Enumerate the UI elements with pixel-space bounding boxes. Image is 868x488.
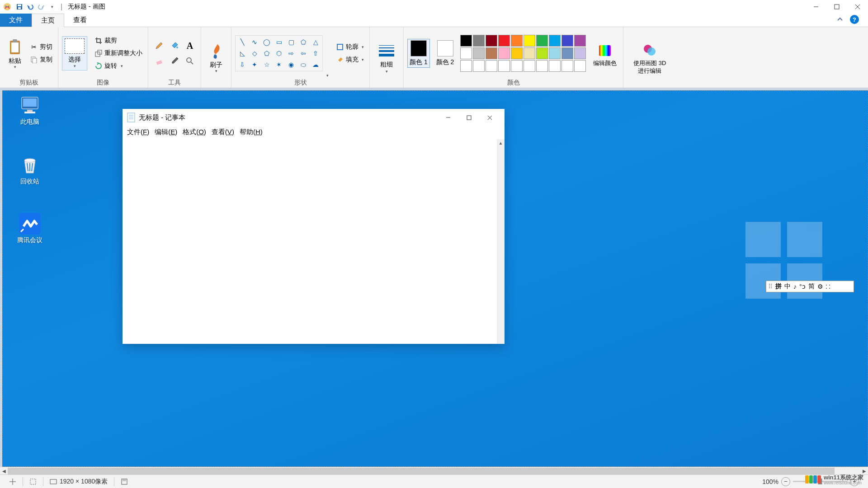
shape-rect[interactable]: ▭ xyxy=(273,37,285,47)
palette-color[interactable] xyxy=(536,35,548,47)
shapes-gallery[interactable]: ╲ ∿ ◯ ▭ ▢ ⬠ △ ◺ ◇ ⬠ ⬡ ⇨ ⇦ ⇧ ⇩ ✦ ☆ ✶ ◉ ⬭ xyxy=(235,35,323,71)
palette-color[interactable] xyxy=(524,35,535,47)
palette-color[interactable] xyxy=(549,60,561,72)
palette-color[interactable] xyxy=(511,35,523,47)
shape-uarrow[interactable]: ⇧ xyxy=(310,48,321,59)
select-button[interactable]: 选择 ▾ xyxy=(62,36,87,70)
palette-color[interactable] xyxy=(460,60,472,72)
palette-color[interactable] xyxy=(511,47,523,59)
notepad-close-button[interactable] xyxy=(479,110,500,125)
shape-oval[interactable]: ◯ xyxy=(261,37,273,47)
color1-button[interactable]: 颜色 1 xyxy=(407,39,430,68)
palette-color[interactable] xyxy=(486,35,497,47)
palette-color[interactable] xyxy=(561,47,573,59)
shape-callout-round[interactable]: ◉ xyxy=(285,59,297,70)
shape-pentagon[interactable]: ⬠ xyxy=(261,48,273,59)
palette-color[interactable] xyxy=(549,35,561,47)
palette-color[interactable] xyxy=(498,47,510,59)
palette-color[interactable] xyxy=(549,47,561,59)
shape-callout-cloud[interactable]: ☁ xyxy=(310,59,321,70)
shape-line[interactable]: ╲ xyxy=(236,37,248,47)
crop-button[interactable]: 裁剪 xyxy=(93,36,144,46)
shape-curve[interactable]: ∿ xyxy=(249,37,260,47)
help-button[interactable]: ? xyxy=(850,15,859,24)
palette-color[interactable] xyxy=(574,60,586,72)
cut-button[interactable]: ✂剪切 xyxy=(28,42,54,52)
shape-polygon[interactable]: ⬠ xyxy=(297,37,309,47)
paste-button[interactable]: 粘贴 ▾ xyxy=(4,37,26,70)
minimize-button[interactable] xyxy=(806,0,826,14)
eraser-tool[interactable] xyxy=(152,54,166,68)
palette-color[interactable] xyxy=(498,35,510,47)
shape-triangle[interactable]: △ xyxy=(310,37,321,47)
notepad-menu-edit[interactable]: 编辑(E) xyxy=(155,128,177,136)
palette-color[interactable] xyxy=(574,35,586,47)
desktop-icon-bin[interactable]: 回收站 xyxy=(12,154,48,186)
shape-hexagon[interactable]: ⬡ xyxy=(273,48,285,59)
ime-toolbar[interactable]: ⠿ 拼 中 ♪ °ɔ 简 ⚙ ⸬ xyxy=(766,281,854,292)
shape-larrow[interactable]: ⇦ xyxy=(297,48,309,59)
shape-4star[interactable]: ✦ xyxy=(249,59,260,70)
ime-drag-icon[interactable]: ⠿ xyxy=(768,283,773,290)
ime-more-icon[interactable]: ⸬ xyxy=(826,283,830,291)
maximize-button[interactable] xyxy=(826,0,847,14)
collapse-ribbon-button[interactable] xyxy=(837,16,843,23)
palette-color[interactable] xyxy=(473,35,485,47)
palette-color[interactable] xyxy=(486,47,497,59)
shape-roundrect[interactable]: ▢ xyxy=(285,37,297,47)
ime-simp[interactable]: 简 xyxy=(808,282,815,291)
palette-color[interactable] xyxy=(524,47,535,59)
notepad-textarea[interactable]: ▲ xyxy=(123,139,505,344)
notepad-maximize-button[interactable] xyxy=(458,110,479,125)
scroll-left-button[interactable]: ◀ xyxy=(0,467,8,474)
palette-color[interactable] xyxy=(511,60,523,72)
notepad-menu-help[interactable]: 帮助(H) xyxy=(240,128,263,136)
copy-button[interactable]: 复制 xyxy=(28,55,54,65)
ime-lang[interactable]: 中 xyxy=(784,282,791,291)
resize-button[interactable]: 重新调整大小 xyxy=(93,48,144,58)
notepad-menu-file[interactable]: 文件(F) xyxy=(127,128,149,136)
qat-save-button[interactable] xyxy=(14,2,24,12)
text-tool[interactable]: A xyxy=(183,38,197,53)
palette-color[interactable] xyxy=(561,35,573,47)
qat-customize-button[interactable]: ▾ xyxy=(47,2,57,12)
palette-color[interactable] xyxy=(524,60,535,72)
bucket-tool[interactable] xyxy=(167,38,182,53)
zoom-out-button[interactable]: − xyxy=(781,477,790,486)
qat-redo-button[interactable] xyxy=(36,2,46,12)
palette-color[interactable] xyxy=(473,47,485,59)
ime-music-icon[interactable]: ♪ xyxy=(793,283,797,290)
eyedropper-tool[interactable] xyxy=(167,54,182,68)
shape-callout-oval[interactable]: ⬭ xyxy=(297,59,309,70)
ime-gear-icon[interactable]: ⚙ xyxy=(817,283,823,290)
shapes-more-button[interactable]: ▾ xyxy=(326,73,329,78)
palette-color[interactable] xyxy=(536,60,548,72)
notepad-menu-format[interactable]: 格式(O) xyxy=(183,128,206,136)
scroll-thumb[interactable] xyxy=(8,468,835,474)
palette-color[interactable] xyxy=(473,60,485,72)
size-button[interactable]: 粗细 ▾ xyxy=(373,41,400,75)
ime-pin[interactable]: 拼 xyxy=(775,282,782,291)
pencil-tool[interactable] xyxy=(152,38,166,53)
color2-button[interactable]: 颜色 2 xyxy=(434,39,456,67)
shape-rtriangle[interactable]: ◺ xyxy=(236,48,248,59)
palette-color[interactable] xyxy=(460,35,472,47)
palette-color[interactable] xyxy=(536,47,548,59)
palette-color[interactable] xyxy=(460,47,472,59)
desktop-icon-tencent[interactable]: 腾讯会议 xyxy=(12,213,48,244)
notepad-minimize-button[interactable] xyxy=(438,110,458,125)
close-button[interactable] xyxy=(847,0,868,14)
canvas-area[interactable]: 此电脑 回收站 腾讯会议 无标题 - 记事本 文件(F) 编辑(E xyxy=(0,88,868,467)
notepad-scrollbar[interactable]: ▲ xyxy=(497,139,505,344)
tab-file[interactable]: 文件 xyxy=(0,14,32,27)
ime-punct[interactable]: °ɔ xyxy=(799,283,806,290)
edit-colors-button[interactable]: 编辑颜色 xyxy=(590,40,619,67)
shape-rarrow[interactable]: ⇨ xyxy=(285,48,297,59)
scroll-track[interactable] xyxy=(8,467,860,474)
notepad-titlebar[interactable]: 无标题 - 记事本 xyxy=(123,109,505,126)
fill-button[interactable]: 填充▾ xyxy=(334,55,366,65)
palette-color[interactable] xyxy=(486,60,497,72)
rotate-button[interactable]: 旋转▾ xyxy=(93,61,144,71)
qat-undo-button[interactable] xyxy=(25,2,35,12)
notepad-menu-view[interactable]: 查看(V) xyxy=(212,128,234,136)
